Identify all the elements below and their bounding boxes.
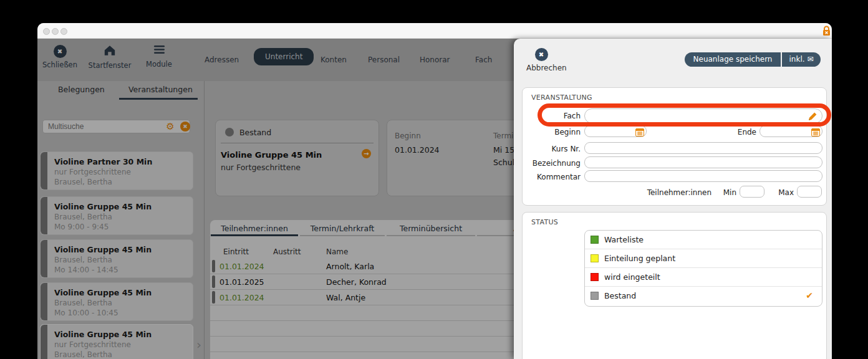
status-option-selected[interactable]: Bestand ✔ xyxy=(585,287,822,305)
status-option-label: wird eingeteilt xyxy=(604,272,660,282)
lock-icon xyxy=(822,25,831,40)
app-window: ✖ Schließen Startfenster Module xyxy=(37,23,832,359)
max-input[interactable] xyxy=(797,186,822,198)
status-color-swatch xyxy=(591,236,599,244)
section-title: VERANSTALTUNG xyxy=(531,93,592,102)
section-title: STATUS xyxy=(531,218,558,226)
status-color-swatch xyxy=(591,292,599,300)
mail-button-label: inkl. xyxy=(789,55,805,64)
status-list: Warteliste Einteilung geplant wird einge… xyxy=(584,230,822,307)
calendar-icon[interactable] xyxy=(635,127,644,139)
bezeichnung-input[interactable] xyxy=(584,156,822,168)
min-label: Min xyxy=(713,188,736,197)
max-label: Max xyxy=(771,188,794,197)
status-option-label: Einteilung geplant xyxy=(604,254,675,263)
calendar-icon[interactable] xyxy=(811,127,820,139)
status-option-label: Bestand xyxy=(604,291,636,300)
new-event-panel: ✖ Abbrechen Neuanlage speichern inkl. ✉ … xyxy=(514,39,832,359)
traffic-light-close-button[interactable] xyxy=(43,28,50,35)
window-titlebar xyxy=(37,23,832,39)
min-input[interactable] xyxy=(740,186,764,198)
status-option[interactable]: wird eingeteilt xyxy=(585,268,822,287)
bezeichnung-label: Bezeichnung xyxy=(524,159,581,168)
cancel-label: Abbrechen xyxy=(526,64,556,72)
beginn-label: Beginn xyxy=(537,128,581,136)
fach-label: Fach xyxy=(537,112,581,120)
kommentar-input[interactable] xyxy=(584,170,822,182)
kommentar-label: Kommentar xyxy=(524,173,581,181)
veranstaltung-section: VERANSTALTUNG Fach Beginn Ende xyxy=(522,87,827,206)
checkmark-icon: ✔ xyxy=(806,290,813,300)
mail-icon: ✉ xyxy=(807,55,813,64)
traffic-light-minimize-button[interactable] xyxy=(52,28,59,35)
cancel-button[interactable]: ✖ Abbrechen xyxy=(526,47,556,72)
status-option[interactable]: Einteilung geplant xyxy=(585,249,822,268)
kurs-nr-input[interactable] xyxy=(584,142,822,154)
save-button[interactable]: Neuanlage speichern xyxy=(685,52,781,67)
ende-label: Ende xyxy=(713,128,756,136)
close-circle-icon: ✖ xyxy=(535,48,548,61)
status-section: STATUS Warteliste Einteilung geplant wir… xyxy=(522,212,827,359)
traffic-light-zoom-button[interactable] xyxy=(60,28,67,35)
desktop-background: ✖ Schließen Startfenster Module xyxy=(0,0,868,359)
kurs-nr-label: Kurs Nr. xyxy=(537,145,581,153)
fach-input[interactable] xyxy=(584,108,822,123)
teilnehmer-label: Teilnehmer:innen xyxy=(643,188,711,197)
pencil-icon[interactable] xyxy=(808,112,817,123)
status-option[interactable]: Warteliste xyxy=(585,231,822,249)
save-with-mail-button[interactable]: inkl. ✉ xyxy=(782,52,821,67)
status-option-label: Warteliste xyxy=(604,235,644,244)
status-color-swatch xyxy=(591,273,599,281)
status-color-swatch xyxy=(591,254,599,262)
